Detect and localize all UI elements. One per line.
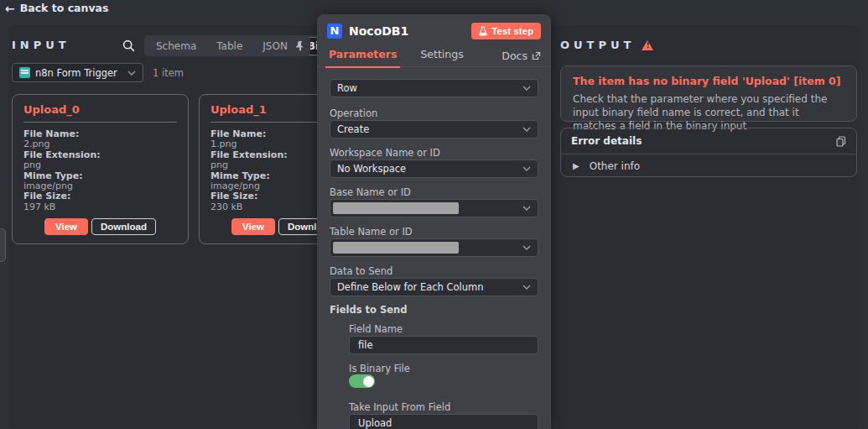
back-to-canvas-link[interactable]: ← Back to canvas xyxy=(5,2,108,14)
flask-icon xyxy=(479,26,487,36)
chevron-right-icon: ▶ xyxy=(573,161,580,170)
node-title: NocoDB1 xyxy=(349,24,471,38)
input-panel-title: INPUT xyxy=(12,39,70,51)
operation-label: Operation xyxy=(330,107,377,119)
top-bar: ← Back to canvas xyxy=(0,0,868,15)
binary-card-upload-0: Upload_0 File Name: 2.png File Extension… xyxy=(12,94,189,244)
table-select[interactable] xyxy=(330,238,538,257)
field-name-value: file xyxy=(358,339,373,351)
view-button[interactable]: View xyxy=(231,218,275,235)
resource-select[interactable]: Row xyxy=(330,79,538,97)
operation-value: Create xyxy=(337,123,369,135)
data-to-send-value: Define Below for Each Column xyxy=(337,281,484,293)
divider xyxy=(23,122,177,123)
field-label: File Name: xyxy=(23,128,79,139)
field-value: 2.png xyxy=(23,139,49,149)
loading-skeleton xyxy=(333,242,459,254)
loading-skeleton xyxy=(333,202,459,214)
binary-card-title: Upload_0 xyxy=(23,103,177,116)
field-label: File Name: xyxy=(211,128,266,139)
is-binary-file-toggle[interactable] xyxy=(349,374,375,388)
test-step-button[interactable]: Test step xyxy=(471,23,541,39)
workspace-select[interactable]: No Workspace xyxy=(330,160,538,178)
tab-settings[interactable]: Settings xyxy=(418,44,465,67)
field-name-input[interactable]: file xyxy=(349,336,538,354)
docs-label: Docs xyxy=(502,50,528,62)
field-label: File Size: xyxy=(23,191,70,201)
error-message-box: The item has no binary field 'Upload' [i… xyxy=(560,65,857,122)
input-source-value: n8n Form Trigger xyxy=(35,67,122,79)
workspace-value: No Workspace xyxy=(337,163,406,175)
chevron-down-icon xyxy=(522,86,531,91)
nocodb-logo: N xyxy=(327,24,342,39)
resource-value: Row xyxy=(337,82,357,94)
chevron-down-icon xyxy=(522,127,531,132)
back-to-canvas-label: Back to canvas xyxy=(20,2,109,14)
error-description: Check that the parameter where you speci… xyxy=(573,92,845,133)
toggle-knob xyxy=(363,376,374,387)
operation-select[interactable]: Create xyxy=(330,120,538,139)
other-info-label: Other info xyxy=(590,160,640,172)
data-to-send-select[interactable]: Define Below for Each Column xyxy=(330,278,538,296)
field-label: File Extension: xyxy=(23,149,101,160)
search-icon[interactable] xyxy=(120,37,137,54)
field-label: Mime Type: xyxy=(211,170,270,181)
field-value: 230 kB xyxy=(211,201,242,212)
field-value: image/png xyxy=(211,180,260,191)
input-item-count: 1 item xyxy=(153,67,184,79)
field-value: 197 kB xyxy=(23,201,55,212)
field-value: png xyxy=(23,160,41,170)
chevron-down-icon xyxy=(522,206,531,211)
tab-parameters[interactable]: Parameters xyxy=(327,44,398,67)
form-trigger-icon xyxy=(19,67,30,78)
chevron-down-icon xyxy=(522,285,531,290)
table-label: Table Name or ID xyxy=(330,226,413,238)
chevron-down-icon xyxy=(522,245,531,250)
node-detail-modal: N NocoDB1 Test step Parameters Settings … xyxy=(317,14,551,429)
is-binary-file-label: Is Binary File xyxy=(349,363,410,374)
panel-collapse-handle[interactable] xyxy=(0,228,6,262)
external-link-icon xyxy=(532,51,541,60)
error-details-box: Error details ▶ Other info xyxy=(560,128,857,177)
field-value: png xyxy=(211,160,228,170)
workspace-label: Workspace Name or ID xyxy=(330,147,440,159)
field-value: image/png xyxy=(23,180,73,191)
error-title: The item has no binary field 'Upload' [i… xyxy=(573,75,845,87)
field-name-label: Field Name xyxy=(349,323,403,335)
field-label: File Size: xyxy=(211,191,257,201)
chevron-down-icon xyxy=(522,166,531,171)
base-label: Base Name or ID xyxy=(330,186,411,198)
take-input-from-field-input[interactable]: Upload xyxy=(349,414,538,429)
tab-schema[interactable]: Schema xyxy=(146,37,206,55)
field-label: File Extension: xyxy=(211,149,288,160)
input-source-select[interactable]: n8n Form Trigger xyxy=(12,63,143,82)
other-info-toggle[interactable]: ▶ Other info xyxy=(561,154,856,177)
tab-table[interactable]: Table xyxy=(206,37,252,55)
test-step-label: Test step xyxy=(491,26,533,36)
take-input-from-field-label: Take Input From Field xyxy=(349,401,450,413)
view-button[interactable]: View xyxy=(44,218,88,235)
warning-triangle-icon xyxy=(642,40,653,50)
error-details-title: Error details xyxy=(571,135,836,147)
field-label: Mime Type: xyxy=(23,170,83,181)
fields-to-send-label: Fields to Send xyxy=(330,304,408,316)
pin-data-button[interactable] xyxy=(289,35,310,56)
copy-icon[interactable] xyxy=(836,136,846,147)
output-panel-title: OUTPUT xyxy=(560,39,635,51)
field-value: 1.png xyxy=(211,139,236,149)
take-input-from-field-value: Upload xyxy=(358,417,392,429)
docs-link[interactable]: Docs xyxy=(502,50,541,62)
pin-icon xyxy=(295,40,305,51)
back-arrow-icon: ← xyxy=(5,3,15,14)
data-to-send-label: Data to Send xyxy=(330,265,392,277)
chevron-down-icon xyxy=(127,71,136,76)
base-select[interactable] xyxy=(330,199,538,217)
download-button[interactable]: Download xyxy=(91,218,156,235)
